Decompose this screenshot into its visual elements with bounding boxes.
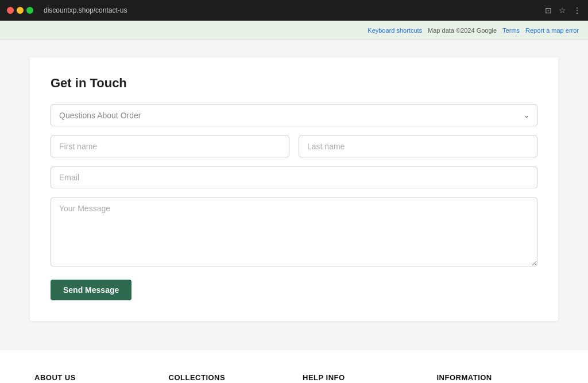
map-strip: Keyboard shortcuts Map data ©2024 Google… bbox=[0, 21, 588, 40]
email-input[interactable] bbox=[51, 167, 537, 188]
minimize-dot[interactable] bbox=[17, 7, 24, 14]
footer-grid: ABOUT US Address: 1193 Union Street, New… bbox=[34, 373, 554, 383]
url-bar[interactable]: discountxp.shop/contact-us bbox=[44, 6, 539, 14]
message-row bbox=[51, 198, 537, 268]
terms-link[interactable]: Terms bbox=[502, 27, 520, 34]
footer-collections: COLLECTIONS Shop All Hammock Luggage Clo… bbox=[169, 373, 286, 383]
browser-bar: discountxp.shop/contact-us ⊡ ☆ ⋮ bbox=[0, 0, 588, 21]
footer-information: INFORMATION My account Delivery & Return… bbox=[437, 373, 554, 383]
name-row bbox=[51, 136, 537, 157]
subject-dropdown-wrapper: Questions About Order Shipping Returns O… bbox=[51, 105, 537, 126]
footer-about-us: ABOUT US Address: 1193 Union Street, New… bbox=[34, 373, 152, 383]
contact-section: Get in Touch Questions About Order Shipp… bbox=[30, 57, 558, 321]
footer-help-info: HELP INFO FAQs About Us Contact Us Track… bbox=[303, 373, 420, 383]
menu-icon[interactable]: ⋮ bbox=[573, 6, 581, 15]
email-row bbox=[51, 167, 537, 188]
message-textarea[interactable] bbox=[51, 198, 537, 266]
bookmark-icon[interactable]: ☆ bbox=[559, 6, 566, 15]
page-content: Get in Touch Questions About Order Shipp… bbox=[0, 40, 588, 350]
collections-heading: COLLECTIONS bbox=[169, 373, 286, 382]
map-data-text: Map data ©2024 Google bbox=[428, 27, 497, 34]
screenshot-icon[interactable]: ⊡ bbox=[545, 6, 552, 15]
report-link[interactable]: Report a map error bbox=[525, 27, 579, 34]
contact-form-title: Get in Touch bbox=[51, 76, 537, 91]
last-name-input[interactable] bbox=[299, 136, 537, 157]
subject-dropdown[interactable]: Questions About Order Shipping Returns O… bbox=[51, 105, 537, 126]
about-us-heading: ABOUT US bbox=[34, 373, 152, 382]
browser-icons: ⊡ ☆ ⋮ bbox=[545, 6, 581, 15]
keyboard-shortcuts-link[interactable]: Keyboard shortcuts bbox=[368, 27, 422, 34]
help-info-heading: HELP INFO bbox=[303, 373, 420, 382]
maximize-dot[interactable] bbox=[26, 7, 33, 14]
first-name-input[interactable] bbox=[51, 136, 289, 157]
window-controls[interactable] bbox=[7, 7, 33, 14]
send-message-button[interactable]: Send Message bbox=[51, 280, 131, 300]
footer: ABOUT US Address: 1193 Union Street, New… bbox=[0, 350, 588, 383]
information-heading: INFORMATION bbox=[437, 373, 554, 382]
close-dot[interactable] bbox=[7, 7, 14, 14]
